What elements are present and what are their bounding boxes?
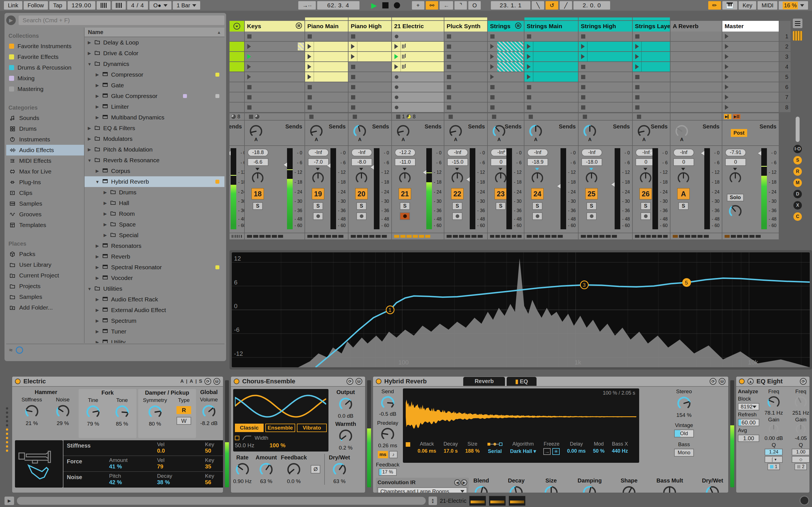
- preview-wave-icon[interactable]: ≈: [9, 346, 12, 354]
- clip-slot[interactable]: [670, 42, 722, 51]
- sidebar-item-sounds[interactable]: Sounds: [6, 113, 84, 123]
- clip-stop-button[interactable]: [490, 34, 495, 39]
- device-on-toggle[interactable]: [15, 379, 20, 384]
- clip-play-icon[interactable]: [490, 44, 494, 49]
- clip-stop-button[interactable]: [308, 105, 312, 110]
- clip-slot[interactable]: [524, 82, 578, 92]
- pan-knob[interactable]: [494, 171, 507, 185]
- warmth-knob[interactable]: [338, 429, 353, 444]
- device-thumbnail[interactable]: [509, 496, 525, 506]
- scene-number[interactable]: 7: [779, 93, 791, 102]
- tree-item-special[interactable]: ▶Special: [85, 230, 224, 240]
- clip-slot[interactable]: [633, 32, 670, 41]
- track-header-keys[interactable]: Keys: [245, 21, 305, 32]
- chevron-right-icon[interactable]: ▶: [103, 222, 107, 227]
- clip-slot[interactable]: [392, 62, 444, 71]
- fader-position-marker[interactable]: [611, 182, 615, 187]
- chevron-right-icon[interactable]: ▶: [95, 72, 99, 77]
- clip-slot[interactable]: [230, 52, 244, 61]
- sidebar-item-add-folder-[interactable]: Add Folder...: [6, 302, 84, 313]
- tag-a2[interactable]: A: [190, 379, 193, 384]
- tone-knob[interactable]: [114, 404, 130, 420]
- clip-launch-icon[interactable]: [308, 54, 311, 59]
- clip-play-icon[interactable]: [247, 64, 251, 69]
- clip-stop-button[interactable]: [447, 95, 451, 100]
- sidebar-item-instruments[interactable]: Instruments: [6, 134, 84, 145]
- ir-next-button[interactable]: ▶: [461, 480, 467, 486]
- tab-reverb[interactable]: Reverb: [463, 377, 505, 386]
- tree-item-resonators[interactable]: ▶Resonators: [85, 240, 224, 251]
- clip-stop-button[interactable]: [635, 34, 640, 39]
- hp-freq-value[interactable]: 50.0 Hz: [235, 442, 254, 449]
- clip-slot[interactable]: [633, 62, 670, 71]
- sidebar-item-projects[interactable]: Projects: [6, 281, 84, 291]
- clip-launch-icon[interactable]: [351, 44, 355, 49]
- sidebar-item-favorite-effects[interactable]: Favorite Effects: [6, 52, 84, 62]
- chevron-right-icon[interactable]: ▶: [87, 147, 91, 152]
- clip-launch-icon[interactable]: [527, 74, 530, 79]
- matrix-value[interactable]: 79: [157, 463, 205, 470]
- size-value[interactable]: 188 %: [465, 448, 479, 454]
- track-stop-row[interactable]: ▶▎▶☰: [722, 113, 779, 120]
- clip-slot[interactable]: [349, 103, 391, 112]
- fader-position-marker[interactable]: [370, 165, 374, 170]
- tree-item-tuner[interactable]: ▶Tuner: [85, 326, 224, 337]
- send-knob[interactable]: [380, 395, 395, 410]
- clip-slot[interactable]: [670, 32, 722, 41]
- volume-readout[interactable]: 0: [673, 158, 694, 166]
- chevron-right-icon[interactable]: ▶: [95, 243, 99, 248]
- record-slot-icon[interactable]: [395, 96, 398, 99]
- clip-play-icon[interactable]: ▶: [4, 497, 14, 505]
- clip-stop-button[interactable]: [527, 105, 531, 110]
- arm-button[interactable]: [400, 212, 410, 220]
- clip-slot[interactable]: [578, 103, 632, 112]
- fader-position-marker[interactable]: [327, 163, 331, 168]
- clip-slot[interactable]: [670, 93, 722, 102]
- pan-knob[interactable]: [585, 171, 598, 185]
- clip-slot[interactable]: [392, 42, 444, 51]
- tine-knob[interactable]: [86, 404, 101, 420]
- computer-midi-keyboard-icon[interactable]: 🎹: [722, 1, 737, 10]
- session-scrollbar[interactable]: [796, 117, 800, 142]
- chevron-right-icon[interactable]: ▶: [103, 201, 107, 206]
- clip-stop-button[interactable]: [351, 34, 355, 39]
- sidebar-item-samples[interactable]: Samples: [6, 291, 84, 302]
- clip-play-icon[interactable]: [725, 105, 728, 110]
- clip-play-icon[interactable]: [247, 44, 251, 49]
- send-a-knob[interactable]: [492, 124, 506, 138]
- clip-slot[interactable]: [722, 82, 779, 92]
- clip-slot[interactable]: [578, 62, 632, 71]
- tree-item-glue-compressor[interactable]: ▶Glue Compressor: [85, 91, 224, 101]
- hot-swap-icon[interactable]: ⟳: [800, 378, 807, 385]
- eq-eight-display[interactable]: 1260-6-121001k10k135: [230, 250, 812, 370]
- track-header-electric-21[interactable]: 21 Electric: [392, 21, 444, 32]
- band-freq-knob[interactable]: [767, 395, 781, 409]
- sidebar-item-user-library[interactable]: User Library: [6, 260, 84, 270]
- chevron-right-icon[interactable]: ▶: [95, 318, 99, 323]
- clip-launch-icon[interactable]: [395, 44, 398, 49]
- avg-value[interactable]: 1.00: [738, 435, 759, 442]
- volume-readout[interactable]: -18.0: [581, 158, 602, 166]
- track-number-box[interactable]: 23: [495, 188, 507, 200]
- sort-arrow-icon[interactable]: ▲: [217, 30, 221, 35]
- loop-start-field[interactable]: 23. 1. 1: [491, 1, 530, 10]
- track-stop-row[interactable]: 18: [392, 113, 444, 120]
- arm-button[interactable]: [641, 212, 651, 220]
- clip-slot[interactable]: [633, 103, 670, 112]
- cpu-meter[interactable]: 16 %: [779, 1, 808, 10]
- clip-play-icon[interactable]: [247, 74, 251, 79]
- volume-knob[interactable]: [201, 404, 216, 419]
- groove-pool-button[interactable]: O●: [149, 1, 171, 10]
- clip-stop-button[interactable]: [447, 85, 451, 89]
- save-preset-icon[interactable]: ⛁: [719, 378, 725, 385]
- chevron-right-icon[interactable]: ▶: [95, 276, 99, 281]
- tree-item-limiter[interactable]: ▶Limiter: [85, 101, 224, 112]
- hybrid-blend-knob[interactable]: Blend63/37: [473, 477, 489, 493]
- clip-slot[interactable]: [488, 72, 524, 82]
- clip-slot[interactable]: [633, 72, 670, 82]
- clip-slot[interactable]: [392, 82, 444, 92]
- clip-slot[interactable]: [524, 32, 578, 41]
- clip-slot[interactable]: [524, 93, 578, 102]
- stop-all-track-button[interactable]: [449, 115, 453, 119]
- track-stop-row[interactable]: [670, 113, 722, 120]
